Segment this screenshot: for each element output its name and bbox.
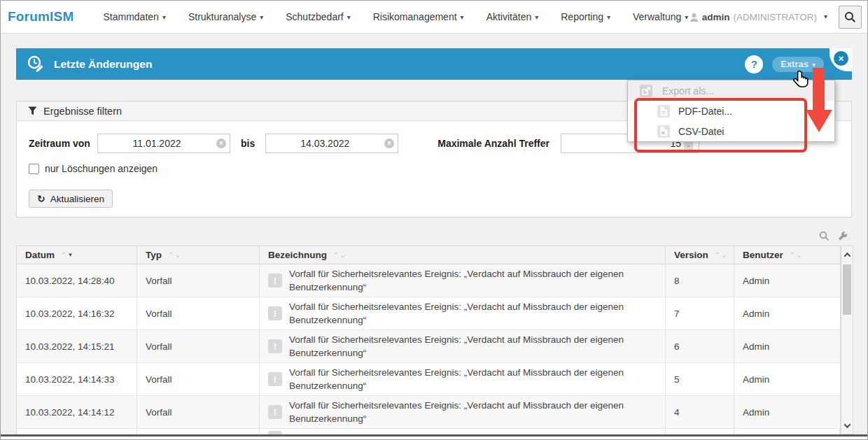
date-to-label: bis [241, 138, 255, 149]
chevron-down-icon [844, 421, 850, 428]
global-search-button[interactable] [839, 6, 862, 29]
sort-icon: ⌃⌄ [715, 252, 727, 259]
incident-exclamation-icon: ! [268, 372, 282, 386]
table-row-partial[interactable] [17, 429, 840, 434]
cell-typ: Vorfall [137, 297, 260, 330]
cell-datum: 10.03.2022, 14:28:40 [17, 264, 137, 297]
user-role: (ADMINISTRATOR) [733, 12, 817, 22]
sort-icon: ⌃⌄ [168, 252, 181, 259]
chevron-down-icon: ▾ [347, 13, 351, 21]
cell-datum: 10.03.2022, 14:14:12 [17, 396, 137, 429]
cell-bezeichnung: !Vorfall für Sicherheitsrelevantes Ereig… [260, 330, 666, 363]
scroll-down-button[interactable] [841, 417, 853, 434]
filter-icon [28, 106, 37, 115]
cell-bezeichnung: !Vorfall für Sicherheitsrelevantes Ereig… [260, 396, 666, 429]
filter-row-checkbox: nur Löschungen anzeigen [29, 163, 158, 174]
table-scrollbar[interactable] [841, 246, 853, 434]
window-below-edge [1, 437, 867, 439]
user-menu[interactable]: admin (ADMINISTRATOR) ▾ [690, 12, 827, 22]
cell-version: 8 [666, 264, 734, 297]
cell-bezeichnung: !Vorfall für Sicherheitsrelevantes Ereig… [260, 264, 666, 297]
date-to-input[interactable] [265, 134, 398, 153]
table-row[interactable]: 10.03.2022, 14:15:21 Vorfall !Vorfall fü… [17, 330, 840, 363]
filter-row-dates: Zeitraum von × bis × Maximale Anzahl Tre… [29, 134, 699, 153]
refresh-icon: ↻ [37, 193, 46, 204]
cell-datum: 10.03.2022, 14:15:21 [17, 330, 137, 363]
incident-exclamation-icon: ! [268, 306, 282, 320]
cell-benutzer: Admin [734, 297, 840, 330]
table-row[interactable]: 10.03.2022, 14:28:40 Vorfall !Vorfall fü… [17, 264, 840, 297]
cell-bezeichnung: !Vorfall für Sicherheitsrelevantes Ereig… [260, 363, 666, 396]
search-icon [844, 11, 856, 23]
clear-date-from-icon[interactable]: × [216, 139, 226, 148]
menu-aktivitaeten[interactable]: Aktivitäten▾ [486, 11, 539, 22]
table-row[interactable]: 10.03.2022, 14:14:33 Vorfall !Vorfall fü… [17, 363, 840, 396]
cell-typ: Vorfall [137, 330, 260, 363]
menu-verwaltung[interactable]: Verwaltung▾ [633, 11, 688, 22]
help-button[interactable]: ? [745, 55, 763, 73]
cell-typ: Vorfall [137, 396, 260, 429]
cell-version: 5 [666, 363, 734, 396]
top-navbar: ForumISM Stammdaten▾ Strukturanalyse▾ Sc… [1, 1, 867, 34]
chevron-down-icon: ▾ [461, 13, 464, 21]
incident-exclamation-icon: ! [268, 339, 282, 353]
column-header-datum[interactable]: Datum⌃▼ [17, 246, 137, 264]
chevron-down-icon: ▾ [162, 13, 166, 21]
table-header-row: Datum⌃▼ Typ⌃⌄ Bezeichnung⌃⌄ Version⌃⌄ Be… [17, 246, 840, 264]
cell-typ: Vorfall [137, 363, 260, 396]
clock-pencil-icon [27, 55, 46, 73]
column-header-typ[interactable]: Typ⌃⌄ [137, 246, 260, 264]
annotation-arrow-head [806, 110, 832, 132]
cell-version: 6 [666, 330, 734, 363]
cell-version: 4 [666, 396, 734, 429]
forumism-window: ForumISM Stammdaten▾ Strukturanalyse▾ Sc… [0, 0, 868, 440]
sort-icon: ⌃⌄ [333, 252, 346, 259]
main-menu: Stammdaten▾ Strukturanalyse▾ Schutzbedar… [104, 11, 689, 22]
cell-typ: Vorfall [137, 264, 260, 297]
cell-datum: 10.03.2022, 14:16:32 [17, 297, 137, 330]
annotation-arrow [813, 68, 825, 111]
annotation-highlight-box [634, 98, 807, 152]
table-toolbar [819, 231, 848, 241]
refresh-button[interactable]: ↻ Aktualisieren [29, 190, 113, 208]
scroll-up-button[interactable] [841, 246, 853, 263]
chevron-down-icon: ▾ [607, 13, 610, 21]
menu-strukturanalyse[interactable]: Strukturanalyse▾ [188, 11, 263, 22]
menu-reporting[interactable]: Reporting▾ [561, 11, 610, 22]
cell-version: 7 [666, 297, 734, 330]
chevron-down-icon: ▾ [535, 13, 538, 21]
table-search-icon[interactable] [819, 231, 830, 241]
panel-close-corner: × [830, 48, 852, 71]
scrollbar-thumb[interactable] [843, 264, 851, 315]
deletions-checkbox[interactable] [29, 164, 39, 174]
deletions-checkbox-label: nur Löschungen anzeigen [45, 163, 158, 174]
sort-icon: ⌃▼ [61, 252, 73, 259]
chevron-down-icon: ▾ [812, 61, 816, 69]
cursor-hand-icon [790, 69, 811, 90]
app-logo[interactable]: ForumISM [8, 9, 74, 24]
incident-exclamation-icon: ! [268, 405, 282, 419]
menu-stammdaten[interactable]: Stammdaten▾ [104, 11, 166, 22]
table-row[interactable]: 10.03.2022, 14:16:32 Vorfall !Vorfall fü… [17, 297, 840, 330]
table-row[interactable]: 10.03.2022, 14:14:12 Vorfall !Vorfall fü… [17, 396, 840, 429]
close-button[interactable]: × [834, 51, 848, 66]
column-header-bezeichnung[interactable]: Bezeichnung⌃⌄ [260, 246, 666, 264]
sort-icon: ⌃⌄ [790, 252, 802, 259]
menu-schutzbedarf[interactable]: Schutzbedarf▾ [286, 11, 351, 22]
chevron-down-icon: ▾ [260, 13, 263, 21]
cell-bezeichnung: !Vorfall für Sicherheitsrelevantes Ereig… [260, 297, 666, 330]
max-hits-label: Maximale Anzahl Treffer [438, 138, 550, 149]
changes-table: Datum⌃▼ Typ⌃⌄ Bezeichnung⌃⌄ Version⌃⌄ Be… [16, 246, 841, 435]
column-header-benutzer[interactable]: Benutzer⌃⌄ [734, 246, 840, 264]
cell-benutzer: Admin [734, 363, 840, 396]
column-header-version[interactable]: Version⌃⌄ [666, 246, 734, 264]
export-icon [640, 85, 652, 97]
cell-benutzer: Admin [734, 264, 840, 297]
menu-risikomanagement[interactable]: Risikomanagement▾ [373, 11, 464, 22]
cell-benutzer: Admin [734, 330, 840, 363]
table-settings-wrench-icon[interactable] [837, 231, 848, 241]
chevron-down-icon: ▾ [824, 13, 827, 20]
chevron-up-icon [844, 252, 850, 259]
page-title: Letzte Änderungen [54, 58, 152, 71]
date-from-input[interactable] [97, 134, 230, 153]
